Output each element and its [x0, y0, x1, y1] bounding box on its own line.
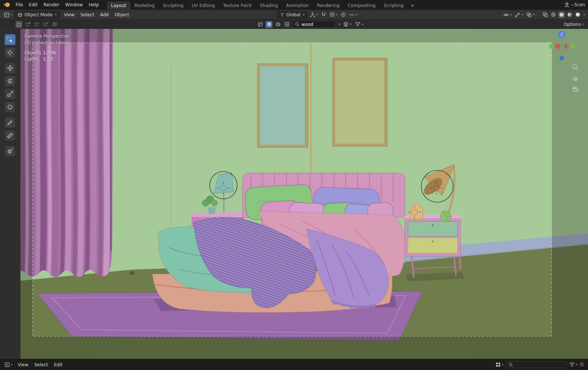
tool-measure[interactable] [4, 130, 16, 141]
tab-compositing[interactable]: Compositing [343, 1, 379, 10]
cube-icon [17, 12, 23, 17]
editor-type-button[interactable]: ▾ [3, 11, 13, 18]
select-mode-intersect-icon[interactable] [51, 21, 58, 28]
menu-window[interactable]: Window [62, 1, 86, 8]
visibility-dropdown[interactable]: ▾ [502, 11, 512, 18]
filter-active-icon[interactable] [266, 21, 272, 28]
tool-select-box[interactable] [4, 34, 16, 45]
filter-sphere-icon[interactable] [275, 21, 281, 28]
tool-annotate[interactable] [4, 117, 16, 128]
3d-viewport[interactable]: Camera Perspective (0) Collection | Area… [20, 29, 588, 359]
menu-select[interactable]: Select [77, 11, 97, 18]
bottom-editor-type-button[interactable]: ▾ [4, 361, 13, 368]
axis-z-label: Z [561, 33, 563, 37]
zoom-button[interactable] [570, 62, 580, 72]
display-mode-dropdown[interactable]: ▾ [495, 361, 504, 368]
filter-grid-icon[interactable] [283, 21, 290, 28]
axis-x-label: X [565, 45, 567, 49]
add-workspace-button[interactable]: + [408, 1, 417, 10]
menu-edit[interactable]: Edit [26, 1, 40, 8]
tool-scale[interactable] [4, 89, 16, 100]
options-dropdown[interactable]: Options▾ [563, 21, 584, 27]
funnel-icon [569, 362, 575, 367]
tab-animation[interactable]: Animation [282, 1, 313, 10]
overlays-dropdown[interactable]: ▾ [525, 11, 535, 18]
viewport-header: ▾ Object Mode▾ View Select Add Object Gl… [0, 10, 588, 19]
tab-scripting[interactable]: Scripting [380, 1, 408, 10]
chevron-down-icon: ▾ [572, 3, 573, 7]
filter-collection-icon[interactable] [257, 21, 263, 28]
camera-view-button[interactable] [570, 84, 580, 94]
select-mode-extend-icon[interactable] [24, 21, 31, 28]
picture-frame-right[interactable] [333, 58, 387, 146]
blender-window: File Edit Render Window Help Layout Mode… [0, 0, 588, 370]
mode-dropdown[interactable]: Object Mode▾ [14, 11, 60, 19]
camera-icon [572, 86, 578, 93]
bottom-menu-view[interactable]: View [15, 361, 31, 368]
menu-add[interactable]: Add [97, 11, 112, 18]
shading-wireframe-icon[interactable] [550, 11, 557, 18]
menu-file[interactable]: File [13, 1, 26, 8]
pivot-point-dropdown[interactable]: ▾ [309, 11, 319, 18]
pan-button[interactable] [570, 73, 580, 83]
tool-cursor[interactable] [4, 47, 16, 58]
tool-move[interactable] [4, 63, 16, 74]
statusbar-filter-dropdown[interactable]: ▾ [568, 361, 578, 368]
navigation-gizmo[interactable]: Z X [545, 30, 578, 63]
gizmos-dropdown[interactable]: ▾ [514, 11, 524, 18]
snap-magnet-icon[interactable] [320, 11, 327, 18]
funnel-icon [355, 21, 361, 27]
menu-object[interactable]: Object [112, 11, 132, 18]
bottom-editor-header: ▾ View Select Edit ▾ ▾ ⚙ [0, 359, 588, 370]
tab-rendering[interactable]: Rendering [313, 1, 343, 10]
shading-dropdown[interactable]: ▾ [584, 13, 585, 16]
layers-dropdown[interactable]: ▾ [342, 21, 352, 27]
tool-add-cube[interactable] [4, 146, 16, 157]
shading-solid-icon[interactable] [558, 11, 565, 18]
tab-shading[interactable]: Shading [256, 1, 282, 10]
statusbar-search-input[interactable] [515, 362, 547, 367]
3d-viewport-canvas[interactable] [20, 29, 588, 359]
tool-transform[interactable] [4, 101, 16, 113]
proportional-editing-icon[interactable] [340, 11, 347, 18]
shading-rendered-icon[interactable] [575, 11, 581, 18]
shading-material-icon[interactable] [567, 11, 573, 18]
filter-funnel-dropdown[interactable]: ▾ [354, 21, 364, 27]
tab-layout[interactable]: Layout [107, 1, 130, 10]
grid-display-icon [495, 362, 501, 367]
tab-texture-paint[interactable]: Texture Paint [219, 1, 256, 10]
search-input[interactable] [301, 22, 333, 27]
statusbar-search-field[interactable] [506, 361, 567, 368]
falloff-dropdown[interactable]: ▾ [348, 11, 358, 18]
select-mode-subtract-icon[interactable] [33, 21, 40, 28]
select-mode-invert-icon[interactable] [42, 21, 49, 28]
search-dropdown[interactable]: ▾ [339, 23, 340, 26]
menu-help[interactable]: Help [86, 1, 102, 8]
xray-toggle-icon[interactable] [542, 11, 549, 18]
search-icon [295, 22, 300, 27]
snap-target-dropdown[interactable]: ▾ [329, 11, 338, 18]
tool-rotate[interactable] [4, 76, 16, 87]
bottom-menu-select[interactable]: Select [31, 361, 51, 368]
settings-gear-icon[interactable]: ⚙ [579, 362, 584, 367]
tab-uv-editing[interactable]: UV Editing [187, 1, 219, 10]
scene-selector[interactable]: Scen [574, 2, 585, 7]
tab-modeling[interactable]: Modeling [130, 1, 159, 10]
user-profile-icon[interactable] [564, 2, 570, 8]
curtains[interactable] [20, 29, 113, 279]
workspace-tabs: Layout Modeling Sculpting UV Editing Tex… [107, 1, 417, 10]
picture-frame-left[interactable] [258, 64, 308, 147]
select-mode-new-icon[interactable] [16, 21, 22, 28]
toolbar [0, 29, 20, 359]
topbar: File Edit Render Window Help Layout Mode… [0, 0, 588, 10]
topbar-menus: File Edit Render Window Help [13, 1, 102, 8]
tool-search-field[interactable] [292, 21, 336, 28]
search-icon [508, 362, 513, 367]
tab-sculpting[interactable]: Sculpting [159, 1, 187, 10]
bottom-menu-edit[interactable]: Edit [51, 361, 66, 368]
transform-orientation-dropdown[interactable]: Global▾ [277, 11, 308, 19]
menu-render[interactable]: Render [40, 1, 62, 8]
blender-logo-icon[interactable] [3, 2, 10, 8]
menu-view[interactable]: View [61, 11, 77, 18]
axis-icon [280, 12, 285, 17]
